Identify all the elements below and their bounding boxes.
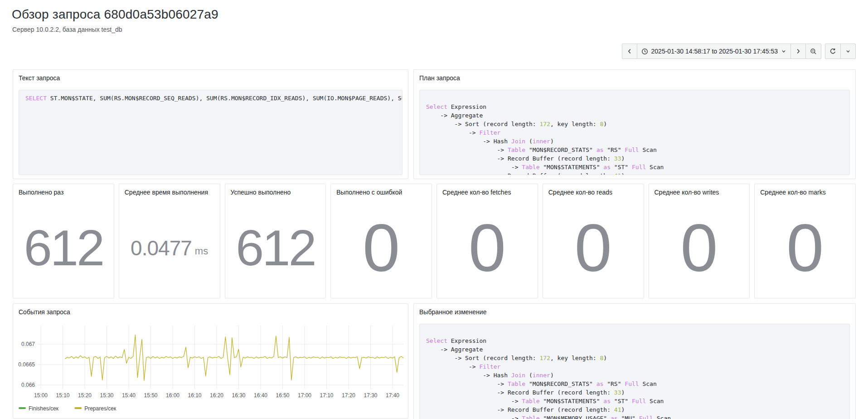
refresh-icon bbox=[829, 48, 836, 55]
x-axis-tick-label: 17:10 bbox=[320, 392, 333, 399]
stat-panel-2: Среднее время выполнения0.0477ms bbox=[119, 184, 220, 298]
code-line: -> Hash Join (inner) bbox=[426, 137, 843, 146]
time-controls: 2025-01-30 14:58:17 to 2025-01-30 17:45:… bbox=[622, 44, 856, 59]
x-axis-tick-label: 17:30 bbox=[364, 392, 377, 399]
page-subtitle: Сервер 10.0.2.2, база данных test_db bbox=[12, 26, 122, 33]
stat-value: 0 bbox=[755, 198, 855, 298]
x-axis-tick-label: 15:00 bbox=[34, 392, 48, 399]
stat-value: 612 bbox=[13, 198, 114, 298]
legend-swatch[interactable] bbox=[19, 407, 26, 409]
panel-selected-change: Выбранное изменение Select Expression ->… bbox=[413, 303, 856, 419]
code-line: -> Table "MON$RECORD_STATS" as "RS" Full… bbox=[426, 146, 843, 154]
code-line: Select Expression bbox=[426, 336, 843, 345]
x-axis-tick-label: 15:50 bbox=[144, 392, 157, 399]
series-line-Prepares/сек bbox=[65, 335, 403, 380]
x-axis-tick-label: 15:30 bbox=[100, 392, 113, 399]
x-axis-tick-label: 16:50 bbox=[276, 392, 289, 399]
panel-title: Выбранное изменение bbox=[414, 304, 855, 316]
selected-change-code: Select Expression -> Aggregate -> Sort (… bbox=[419, 324, 850, 419]
x-axis-tick-label: 15:40 bbox=[122, 392, 136, 399]
code-line: -> Record Buffer (record length: 41) bbox=[426, 405, 843, 414]
code-line: -> Table "MON$MEMORY_USAGE" as "MU" Full… bbox=[426, 414, 843, 419]
code-line: Select Expression bbox=[426, 102, 843, 111]
toolbar-spacer bbox=[821, 44, 825, 59]
stat-panel-6: Среднее кол-во reads0 bbox=[543, 184, 644, 298]
chevron-left-icon bbox=[626, 48, 633, 54]
clock-icon bbox=[641, 48, 648, 55]
code-line: -> Hash Join (inner) bbox=[426, 371, 843, 380]
stat-title: Среднее кол-во reads bbox=[543, 184, 644, 196]
stat-value: 0.0477ms bbox=[119, 198, 220, 298]
panel-title: События запроса bbox=[13, 304, 408, 316]
stat-value: 0 bbox=[649, 198, 750, 298]
query-text-code: SELECT ST.MON$STATE, SUM(RS.MON$RECORD_S… bbox=[19, 90, 402, 175]
chevron-down-icon bbox=[845, 49, 851, 54]
code-line: -> Aggregate bbox=[426, 345, 843, 354]
code-line: -> Table "MON$STATEMENTS" as "ST" Full S… bbox=[426, 163, 843, 171]
panel-title: Текст запроса bbox=[13, 70, 408, 82]
x-axis-tick-label: 15:20 bbox=[78, 392, 92, 399]
stat-title: Среднее кол-во writes bbox=[649, 184, 750, 196]
code-line: SELECT ST.MON$STATE, SUM(RS.MON$RECORD_S… bbox=[25, 94, 396, 102]
x-axis-tick-label: 16:00 bbox=[166, 392, 179, 399]
legend-item-label[interactable]: Prepares/сек bbox=[84, 405, 116, 412]
code-line: -> Table "MON$RECORD_STATS" as "RS" Full… bbox=[426, 380, 843, 388]
stat-title: Выполнено раз bbox=[13, 184, 114, 196]
code-line: -> Filter bbox=[426, 362, 843, 371]
code-line: -> Aggregate bbox=[426, 111, 843, 120]
legend-swatch[interactable] bbox=[74, 407, 82, 409]
refresh-button[interactable] bbox=[825, 44, 841, 59]
x-axis-tick-label: 16:30 bbox=[232, 392, 245, 399]
panel-title: План запроса bbox=[414, 70, 855, 82]
query-plan-code: Select Expression -> Aggregate -> Sort (… bbox=[419, 90, 850, 175]
stat-panel-5: Среднее кол-во fetches0 bbox=[436, 184, 538, 298]
code-line: -> Record Buffer (record length: 33) bbox=[426, 388, 843, 397]
legend-item-label[interactable]: Finishes/сек bbox=[29, 405, 59, 412]
x-axis-tick-label: 17:20 bbox=[342, 392, 355, 399]
panel-query-events: События запроса 0.0670.06650.06615:0015:… bbox=[13, 303, 408, 419]
x-axis-tick-label: 17:40 bbox=[386, 392, 399, 399]
code-line: -> Filter bbox=[426, 128, 843, 137]
code-line bbox=[426, 94, 843, 102]
x-axis-tick-label: 16:40 bbox=[254, 392, 267, 399]
x-axis-tick-label: 16:10 bbox=[188, 392, 201, 399]
y-axis-tick-label: 0.0665 bbox=[18, 361, 35, 368]
stat-title: Среднее кол-во marks bbox=[755, 184, 855, 196]
stat-unit: ms bbox=[195, 240, 208, 256]
chevron-down-icon bbox=[781, 49, 786, 54]
stat-title: Среднее время выполнения bbox=[119, 184, 220, 196]
time-back-button[interactable] bbox=[622, 44, 637, 59]
zoom-out-button[interactable] bbox=[805, 44, 821, 59]
x-axis-tick-label: 15:10 bbox=[56, 392, 69, 399]
code-line: -> Table "MON$STATEMENTS" as "ST" Full S… bbox=[426, 397, 843, 405]
code-line bbox=[426, 328, 843, 336]
y-axis-tick-label: 0.066 bbox=[21, 382, 35, 388]
stat-title: Выполнено с ошибкой bbox=[331, 184, 432, 196]
stat-panel-4: Выполнено с ошибкой0 bbox=[330, 184, 432, 298]
x-axis-tick-label: 17:00 bbox=[298, 392, 311, 399]
x-axis-tick-label: 16:20 bbox=[210, 392, 223, 399]
stat-panel-3: Успешно выполнено612 bbox=[225, 184, 326, 298]
page-title: Обзор запроса 680d0a53b06027a9 bbox=[12, 7, 218, 22]
y-axis-tick-label: 0.067 bbox=[21, 341, 35, 347]
events-time-series-chart[interactable]: 0.0670.06650.06615:0015:1015:2015:3015:4… bbox=[17, 320, 405, 416]
code-line: -> Sort (record length: 172, key length:… bbox=[426, 354, 843, 362]
stat-panel-7: Среднее кол-во writes0 bbox=[649, 184, 750, 298]
time-forward-button[interactable] bbox=[790, 44, 806, 59]
stat-title: Успешно выполнено bbox=[225, 184, 326, 196]
stat-panels-row: Выполнено раз612Среднее время выполнения… bbox=[13, 184, 856, 298]
time-range-picker[interactable]: 2025-01-30 14:58:17 to 2025-01-30 17:45:… bbox=[637, 44, 791, 59]
panel-query-text: Текст запроса SELECT ST.MON$STATE, SUM(R… bbox=[13, 69, 408, 179]
time-range-label: 2025-01-30 14:58:17 to 2025-01-30 17:45:… bbox=[651, 48, 778, 55]
stat-value: 0 bbox=[543, 198, 644, 298]
chevron-right-icon bbox=[795, 48, 801, 54]
zoom-out-icon bbox=[810, 48, 817, 55]
code-line: -> Record Buffer (record length: 33) bbox=[426, 154, 843, 163]
stat-value: 0 bbox=[331, 198, 432, 298]
stat-value: 0 bbox=[437, 198, 538, 298]
refresh-interval-dropdown[interactable] bbox=[840, 44, 856, 59]
code-line: -> Sort (record length: 172, key length:… bbox=[426, 120, 843, 128]
stat-value: 612 bbox=[225, 198, 326, 298]
code-line: -> Record Buffer (record length: 41) bbox=[426, 171, 843, 175]
panel-query-plan: План запроса Select Expression -> Aggreg… bbox=[413, 69, 856, 179]
